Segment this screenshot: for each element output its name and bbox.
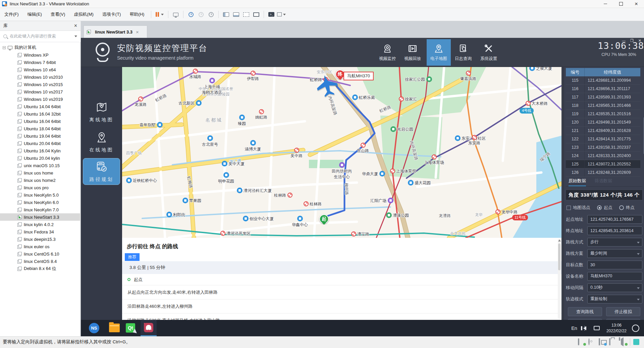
vm-item[interactable]: Windows 7 64bit [0, 59, 80, 66]
app-minimize-icon[interactable]: — [622, 39, 626, 42]
menu-查看(V)[interactable]: 查看(V) [46, 10, 69, 19]
vm-item[interactable]: linux NewStart 3.3 [0, 213, 80, 221]
table-row[interactable]: 118121.428565,31.201466 [566, 101, 640, 110]
show-thumbnail-bar-button[interactable] [232, 10, 240, 18]
menu-编辑(E)[interactable]: 编辑(E) [23, 10, 46, 19]
map-pick-checkbox[interactable] [567, 206, 571, 210]
side-nav-路径规划[interactable]: 路径规划 [83, 158, 120, 185]
unity-mode-button[interactable] [242, 10, 251, 18]
data-tab-原始数据[interactable]: 原始数据 [569, 178, 586, 186]
library-close-icon[interactable]: × [74, 23, 77, 29]
table-row[interactable]: 121121.428409,31.201628 [566, 127, 640, 135]
console-button[interactable]: >_ [267, 10, 276, 18]
vm-item[interactable]: Windows XP [0, 51, 80, 59]
ns-launcher-icon[interactable]: NS [89, 323, 99, 333]
field-路线方案[interactable]: 最少时间 [587, 249, 642, 258]
vm-item[interactable]: linux kylin 4.0.2 [0, 221, 80, 228]
table-row[interactable]: 117121.428589,31.201393 [566, 93, 640, 101]
taskbar-clock[interactable]: 13:062022/02/22 [606, 323, 627, 334]
send-ctrl-alt-del-button[interactable] [171, 10, 180, 18]
vm-item[interactable]: Windows 10 vs2015 [0, 81, 80, 88]
map-canvas[interactable]: 安东小区中华人民共和国名誉主席宋庆龄陵园名都城四季广场虹桥路虹桥路虹梅路柳州路内… [122, 67, 561, 238]
search-caret-icon[interactable] [74, 36, 77, 37]
menu-虚拟机(M)[interactable]: 虚拟机(M) [69, 10, 98, 19]
minimize-button[interactable] [598, 0, 613, 8]
revert-snapshot-button[interactable] [197, 10, 205, 18]
tree-root[interactable]: 我的计算机 [0, 44, 80, 51]
vm-item[interactable]: linux Fedora 34 [0, 228, 80, 235]
field-路线方式[interactable]: 步行 [587, 238, 642, 247]
vm-item[interactable]: Ubuntu 16.04 Kylin [0, 147, 80, 154]
vm-item[interactable]: linux NeoKylin 6.0 [0, 199, 80, 206]
table-row[interactable]: 119121.428535,31.201516 [566, 110, 640, 118]
display-icon[interactable] [594, 326, 600, 330]
volume-icon[interactable] [583, 326, 586, 330]
radio-终点[interactable] [619, 205, 624, 210]
app-close-icon[interactable]: ✕ [638, 39, 641, 42]
qt-creator-icon[interactable]: Qt [126, 323, 135, 333]
nav-系统设置[interactable]: 系统设置 [477, 39, 501, 66]
nav-日志查询[interactable]: 日志查询 [451, 39, 475, 66]
field-移动间隔[interactable]: 0.10秒 [587, 283, 642, 292]
vm-tab-close-icon[interactable]: × [136, 29, 139, 35]
nav-电子地图[interactable]: 电子地图 [427, 39, 451, 66]
side-nav-离线地图[interactable]: 离线地图 [83, 99, 120, 126]
take-snapshot-button[interactable] [186, 10, 195, 18]
route-scrollbar[interactable] [558, 239, 561, 319]
field-目标点数[interactable]: 30 [587, 261, 642, 269]
vm-item[interactable]: linux uos pro [0, 184, 80, 191]
table-row[interactable]: 115121.428681,31.200994 [566, 76, 640, 85]
file-manager-icon[interactable] [109, 324, 120, 332]
button-停止模拟[interactable]: 停止模拟 [606, 307, 640, 316]
vm-item[interactable]: unix macOS 10.15 [0, 162, 80, 169]
vm-item[interactable]: Ubuntu 16.04 64bit [0, 118, 80, 125]
table-row[interactable]: 123121.428158,31.202337 [566, 143, 640, 152]
vm-item[interactable]: linux CentOS 6.10 [0, 250, 80, 258]
table-row[interactable]: 116121.428656,31.201117 [566, 85, 640, 93]
nav-视频监控[interactable]: 视频监控 [375, 39, 399, 66]
table-row[interactable]: 125121.428072,31.202552 [566, 160, 640, 168]
vm-item[interactable]: Ubuntu 19.04 64bit [0, 132, 80, 140]
vm-item[interactable]: linux uos home [0, 169, 80, 177]
vm-item[interactable]: Windows 10 vs2017 [0, 88, 80, 95]
vm-item[interactable]: Windows 10 vs2019 [0, 95, 80, 103]
sound-device-icon[interactable] [620, 339, 627, 345]
fullscreen-button[interactable] [277, 10, 286, 18]
vm-item[interactable]: linux euler os [0, 243, 80, 250]
active-app-task[interactable] [141, 320, 157, 336]
button-查询路线[interactable]: 查询路线 [568, 307, 602, 316]
hdd-device-icon[interactable] [578, 339, 585, 345]
power-pause-button[interactable] [154, 12, 166, 17]
side-nav-在线地图[interactable]: 在线地图 [83, 129, 120, 156]
vm-item[interactable]: Debian 8.x 64 位 [0, 265, 80, 272]
console-view-button[interactable] [252, 10, 261, 18]
vm-item[interactable]: Ubuntu 16.04 32bit [0, 110, 80, 118]
radio-起点[interactable] [597, 205, 602, 210]
close-button[interactable] [629, 0, 644, 8]
vm-item[interactable]: linux uos home2 [0, 177, 80, 184]
vm-item[interactable]: linux NeoKylin 7.0 [0, 206, 80, 213]
cdrom-device-icon[interactable] [588, 339, 596, 345]
network-device-icon[interactable] [599, 339, 606, 345]
field-轨迹模式[interactable]: 重新绘制 [587, 295, 642, 303]
vm-item[interactable]: Windows 10 vs2010 [0, 73, 80, 81]
vm-tab[interactable]: linux NewStart 3.3 × [84, 25, 147, 38]
app-restore-icon[interactable]: ❒ [630, 39, 634, 42]
library-search-input[interactable]: 在此处键入内容进行搜索 [0, 31, 80, 42]
snapshot-manager-button[interactable] [207, 10, 215, 18]
menu-帮助(H)[interactable]: 帮助(H) [125, 10, 149, 19]
show-library-button[interactable] [222, 10, 230, 18]
start-marker[interactable]: 起 [319, 214, 329, 224]
nav-视频回放[interactable]: 视频回放 [400, 39, 425, 66]
field-起点地址[interactable]: 121.425740,31.176567 [587, 215, 642, 224]
input-language-indicator[interactable]: En [571, 326, 577, 331]
vm-item[interactable]: linux deepin15.3 [0, 235, 80, 243]
field-终点地址[interactable]: 121.428545,31.203614 [587, 226, 642, 235]
message-log-icon[interactable] [633, 339, 639, 345]
device-plane-icon[interactable] [316, 74, 338, 98]
menu-文件(F)[interactable]: 文件(F) [0, 10, 23, 19]
show-desktop-icon[interactable] [632, 325, 639, 332]
vm-item[interactable]: Windows 10 x64 [0, 66, 80, 73]
data-tab-筛选数据[interactable]: 筛选数据 [595, 178, 612, 186]
menu-选项卡(T)[interactable]: 选项卡(T) [98, 10, 125, 19]
